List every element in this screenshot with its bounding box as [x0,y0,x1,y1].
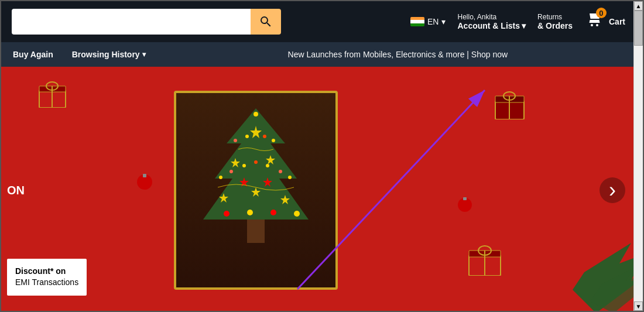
browsing-history-label: Browsing History [72,50,140,59]
svg-point-30 [270,210,276,215]
svg-point-16 [254,160,258,164]
scrollbar[interactable]: ▲ ▼ [633,1,643,311]
tree-frame [174,91,338,290]
ornament-ball-2 [457,196,473,214]
svg-rect-45 [463,197,467,200]
christmas-tree-svg [180,97,332,284]
account-greeting: Hello, Ankita [457,13,526,21]
gift-box-right-top [494,90,526,122]
svg-point-9 [234,139,237,142]
scrollbar-thumb[interactable] [634,11,643,46]
christmas-tree-container [165,67,347,312]
discount-bold-text: Discount* on [15,266,66,276]
next-arrow-button[interactable]: › [600,177,625,203]
header-right: EN ▾ Hello, Ankita Account & Lists ▾ Ret… [410,10,637,33]
svg-rect-43 [143,174,146,177]
discount-box: Discount* on EMI Transactions [7,259,87,296]
on-text: ON [7,183,25,197]
account-label: Account & Lists [457,21,520,30]
svg-point-29 [247,210,253,215]
ornament-ball-1 [136,172,153,192]
header-bar: EN ▾ Hello, Ankita Account & Lists ▾ Ret… [1,1,643,42]
svg-point-12 [272,139,275,142]
nav-item-browsing-history[interactable]: Browsing History ▾ [70,45,148,64]
svg-point-28 [224,211,229,217]
search-icon [259,15,273,29]
svg-point-0 [591,24,593,26]
nav-marquee: New Launches from Mobiles, Electronics &… [162,50,633,59]
svg-point-10 [245,135,249,138]
language-chevron: ▾ [441,17,446,26]
account-section[interactable]: Hello, Ankita Account & Lists ▾ [457,13,526,30]
hero-banner: ON Discount* on EMI Transactions › [1,67,643,312]
gift-box-top-left [36,78,68,110]
india-flag-icon [410,17,424,26]
cart-icon-wrapper: 0 [584,10,605,33]
svg-rect-7 [247,220,265,243]
cart-section[interactable]: 0 Cart [584,10,625,33]
svg-point-15 [242,164,246,167]
svg-point-17 [266,164,269,167]
language-code: EN [427,17,439,26]
cart-count: 0 [596,8,607,18]
scrollbar-arrow-down[interactable]: ▼ [634,301,643,311]
search-input[interactable] [12,9,251,35]
svg-point-1 [596,24,598,26]
orders-label: & Orders [537,21,573,30]
pine-branch-decoration [526,243,643,312]
svg-point-18 [279,170,282,173]
search-button[interactable] [251,9,281,35]
returns-orders-section[interactable]: Returns & Orders [537,13,573,30]
gift-box-right-bottom [467,244,502,278]
returns-label: Returns [537,13,573,21]
svg-point-14 [229,170,233,173]
svg-point-13 [219,176,222,179]
browsing-history-chevron: ▾ [142,50,146,59]
scrollbar-arrow-up[interactable]: ▲ [634,1,643,11]
language-selector[interactable]: EN ▾ [410,17,446,26]
search-bar [12,9,281,35]
nav-item-buy-again[interactable]: Buy Again [11,45,56,64]
cart-label: Cart [609,17,625,26]
svg-point-11 [263,135,266,138]
svg-point-31 [294,211,300,217]
account-chevron: ▾ [522,21,526,30]
svg-point-19 [288,176,292,179]
navbar: Buy Again Browsing History ▾ New Launche… [1,42,643,67]
discount-sub-text: EMI Transactions [15,277,78,287]
svg-point-8 [254,112,258,116]
